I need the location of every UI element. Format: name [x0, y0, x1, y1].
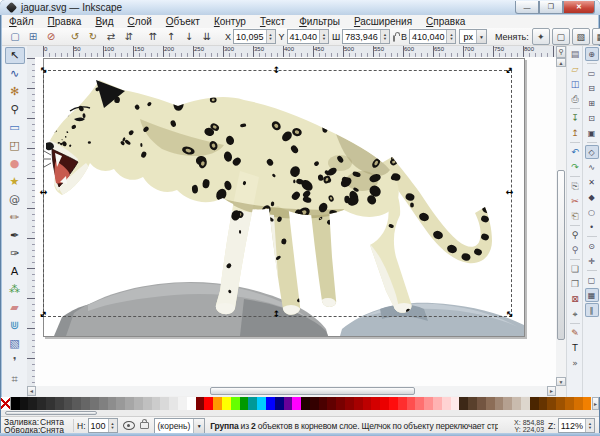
- select-original-button[interactable]: ⌖: [568, 307, 582, 321]
- palette-swatch[interactable]: [415, 397, 424, 410]
- title-bar[interactable]: jaguar.svg — Inkscape —❒✕: [0, 0, 600, 15]
- horizontal-scrollbar[interactable]: ◄ ►: [27, 386, 556, 396]
- palette-swatch[interactable]: [503, 397, 512, 410]
- zoom-tool[interactable]: ⚲: [5, 101, 25, 118]
- palette-scroll-thumb[interactable]: [5, 411, 97, 415]
- vertical-scroll-thumb[interactable]: [557, 170, 565, 340]
- palette-swatch[interactable]: [354, 397, 363, 410]
- menu-item-2[interactable]: Вид: [88, 15, 120, 28]
- palette-swatch[interactable]: [81, 397, 90, 410]
- menu-item-5[interactable]: Контур: [207, 15, 253, 28]
- x-field[interactable]: 10,095▲▼: [233, 29, 276, 44]
- snap-bbox-edges-toggle[interactable]: ⊟: [585, 81, 599, 95]
- pencil-tool[interactable]: ✏: [5, 209, 25, 226]
- palette-swatch[interactable]: [574, 397, 583, 410]
- palette-swatch[interactable]: [55, 397, 64, 410]
- move-gradients-toggle[interactable]: ▧: [572, 28, 590, 45]
- open-document-button[interactable]: ▱: [568, 62, 582, 76]
- horizontal-scroll-thumb[interactable]: [210, 387, 415, 395]
- node-editor-tool[interactable]: ∿: [5, 65, 25, 82]
- lower-to-bottom-button[interactable]: ⇊: [199, 29, 215, 44]
- width-field[interactable]: 783,946▲▼: [342, 29, 390, 44]
- palette-swatch[interactable]: [72, 397, 81, 410]
- palette-swatch[interactable]: [90, 397, 99, 410]
- zoom-page-button[interactable]: ⚲: [568, 243, 582, 257]
- create-clone-button[interactable]: ❐: [568, 277, 582, 291]
- rotate-ccw-button[interactable]: ↺: [67, 29, 83, 44]
- move-patterns-toggle[interactable]: ▦: [592, 28, 600, 45]
- palette-swatch[interactable]: [134, 397, 143, 410]
- tweak-tool[interactable]: ✻: [5, 83, 25, 100]
- star-tool[interactable]: ★: [5, 173, 25, 190]
- palette-swatch[interactable]: [565, 397, 574, 410]
- layer-dropdown[interactable]: (корень) ▼: [154, 418, 206, 434]
- flip-vertical-button[interactable]: ⇵: [121, 29, 137, 44]
- palette-swatch[interactable]: [345, 397, 354, 410]
- scroll-right-button[interactable]: ►: [547, 386, 556, 396]
- snap-path-intersections-toggle[interactable]: ✕: [585, 175, 599, 189]
- palette-swatch[interactable]: [99, 397, 108, 410]
- palette-swatch[interactable]: [398, 397, 407, 410]
- palette-swatch[interactable]: [196, 397, 205, 410]
- palette-swatch[interactable]: [407, 397, 416, 410]
- palette-swatch[interactable]: [371, 397, 380, 410]
- menu-item-9[interactable]: Справка: [419, 15, 472, 28]
- text-tool[interactable]: A: [5, 263, 25, 280]
- select-all-button[interactable]: ▢: [7, 29, 23, 44]
- export-button[interactable]: ↥: [568, 126, 582, 140]
- selection-handle-w[interactable]: ↔: [39, 188, 48, 197]
- palette-swatch[interactable]: [257, 397, 266, 410]
- opacity-spinbox[interactable]: 100▲▼: [88, 418, 118, 433]
- raise-button[interactable]: ↑: [163, 29, 179, 44]
- palette-swatch[interactable]: [248, 397, 257, 410]
- undo-button[interactable]: ↶: [568, 145, 582, 159]
- print-button[interactable]: ⎙: [568, 92, 582, 106]
- selector-tool[interactable]: ↖: [5, 47, 25, 64]
- menu-item-4[interactable]: Объект: [159, 15, 207, 28]
- new-document-button[interactable]: ▤: [568, 47, 582, 61]
- snap-master-toggle[interactable]: ⊕: [585, 47, 599, 61]
- lock-ratio-icon[interactable]: [393, 35, 395, 42]
- save-document-button[interactable]: ◫: [568, 77, 582, 91]
- snap-bbox-toggle[interactable]: ▭: [585, 66, 599, 80]
- vertical-scrollbar[interactable]: ▲ ▼: [556, 58, 566, 386]
- palette-swatch[interactable]: [486, 397, 495, 410]
- snap-nodes-toggle[interactable]: ◇: [585, 145, 599, 159]
- palette-swatch[interactable]: [275, 397, 284, 410]
- minimize-button[interactable]: —: [515, 1, 539, 14]
- selection-handle-e[interactable]: ↔: [505, 188, 514, 197]
- copy-button[interactable]: ⎘: [568, 179, 582, 193]
- text-dialog-button[interactable]: T: [568, 341, 582, 355]
- palette-swatch[interactable]: [213, 397, 222, 410]
- height-field[interactable]: 410,040▲▼: [409, 29, 457, 44]
- palette-swatch[interactable]: [284, 397, 293, 410]
- rotate-cw-button[interactable]: ↻: [85, 29, 101, 44]
- palette-swatch[interactable]: [301, 397, 310, 410]
- palette-swatch[interactable]: [442, 397, 451, 410]
- menu-item-0[interactable]: Файл: [2, 15, 41, 28]
- palette-swatch[interactable]: [46, 397, 55, 410]
- menu-item-1[interactable]: Правка: [41, 15, 89, 28]
- palette-swatch[interactable]: [20, 397, 29, 410]
- palette-swatch[interactable]: [152, 397, 161, 410]
- palette-swatch[interactable]: [178, 397, 187, 410]
- selection-handle-s[interactable]: ↕: [272, 310, 281, 319]
- palette-swatch[interactable]: [495, 397, 504, 410]
- scroll-down-button[interactable]: ▼: [556, 377, 566, 386]
- palette-swatch[interactable]: [433, 397, 442, 410]
- dropper-tool[interactable]: ❜: [5, 353, 25, 370]
- palette-swatch[interactable]: [583, 397, 592, 410]
- rectangle-tool[interactable]: ▭: [5, 119, 25, 136]
- menu-item-6[interactable]: Текст: [253, 15, 292, 28]
- snap-page-border-toggle[interactable]: ▢: [585, 273, 599, 287]
- palette-swatch[interactable]: [363, 397, 372, 410]
- palette-swatch[interactable]: [556, 397, 565, 410]
- units-dropdown[interactable]: px▼: [459, 29, 487, 44]
- snap-cusp-nodes-toggle[interactable]: ◆: [585, 190, 599, 204]
- palette-swatch[interactable]: [37, 397, 46, 410]
- palette-swatch[interactable]: [310, 397, 319, 410]
- snap-grids-toggle[interactable]: ▦: [585, 288, 599, 302]
- palette-swatch[interactable]: [380, 397, 389, 410]
- fill-stroke-dialog-button[interactable]: ✎: [568, 326, 582, 340]
- snap-midpoints-toggle[interactable]: •: [585, 220, 599, 234]
